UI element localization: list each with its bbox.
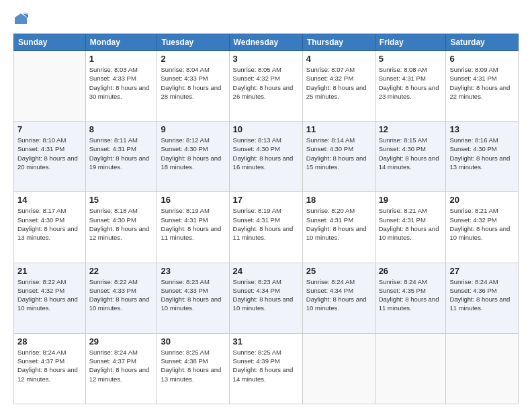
cell-day-number: 30 bbox=[161, 336, 225, 347]
calendar-cell: 27Sunrise: 8:24 AMSunset: 4:36 PMDayligh… bbox=[446, 263, 519, 333]
cell-info: Sunrise: 8:03 AMSunset: 4:33 PMDaylight:… bbox=[89, 65, 154, 101]
cell-day-number: 6 bbox=[449, 54, 515, 64]
cell-info: Sunrise: 8:18 AMSunset: 4:30 PMDaylight:… bbox=[89, 206, 154, 242]
weekday-header-wednesday: Wednesday bbox=[229, 34, 302, 51]
weekday-header-thursday: Thursday bbox=[302, 34, 375, 51]
cell-info: Sunrise: 8:14 AMSunset: 4:30 PMDaylight:… bbox=[306, 136, 371, 171]
calendar-cell: 14Sunrise: 8:17 AMSunset: 4:30 PMDayligh… bbox=[14, 192, 86, 263]
weekday-header-saturday: Saturday bbox=[446, 34, 519, 51]
cell-day-number: 24 bbox=[233, 266, 299, 276]
calendar-cell: 10Sunrise: 8:13 AMSunset: 4:30 PMDayligh… bbox=[229, 122, 302, 192]
calendar-cell: 1Sunrise: 8:03 AMSunset: 4:33 PMDaylight… bbox=[85, 51, 157, 122]
cell-info: Sunrise: 8:22 AMSunset: 4:32 PMDaylight:… bbox=[17, 277, 82, 313]
cell-info: Sunrise: 8:25 AMSunset: 4:39 PMDaylight:… bbox=[233, 348, 299, 383]
calendar-cell: 2Sunrise: 8:04 AMSunset: 4:33 PMDaylight… bbox=[157, 51, 229, 122]
cell-day-number: 21 bbox=[17, 266, 82, 276]
cell-info: Sunrise: 8:05 AMSunset: 4:32 PMDaylight:… bbox=[233, 65, 299, 101]
cell-info: Sunrise: 8:19 AMSunset: 4:31 PMDaylight:… bbox=[161, 206, 225, 242]
cell-info: Sunrise: 8:21 AMSunset: 4:32 PMDaylight:… bbox=[449, 206, 515, 242]
logo bbox=[13, 12, 30, 27]
cell-day-number: 26 bbox=[379, 266, 443, 276]
cell-info: Sunrise: 8:04 AMSunset: 4:33 PMDaylight:… bbox=[161, 65, 225, 101]
cell-day-number: 11 bbox=[306, 124, 371, 134]
cell-day-number: 19 bbox=[379, 195, 443, 205]
cell-day-number: 31 bbox=[233, 336, 299, 347]
cell-info: Sunrise: 8:16 AMSunset: 4:30 PMDaylight:… bbox=[449, 136, 515, 171]
cell-day-number: 9 bbox=[161, 124, 225, 134]
calendar-cell: 7Sunrise: 8:10 AMSunset: 4:31 PMDaylight… bbox=[14, 122, 86, 192]
cell-day-number: 27 bbox=[449, 266, 515, 276]
cell-info: Sunrise: 8:25 AMSunset: 4:38 PMDaylight:… bbox=[161, 348, 225, 383]
calendar-cell: 12Sunrise: 8:15 AMSunset: 4:30 PMDayligh… bbox=[375, 122, 446, 192]
cell-info: Sunrise: 8:19 AMSunset: 4:31 PMDaylight:… bbox=[233, 206, 299, 242]
cell-day-number: 25 bbox=[306, 266, 371, 276]
calendar-week-row: 28Sunrise: 8:24 AMSunset: 4:37 PMDayligh… bbox=[14, 333, 519, 404]
calendar-week-row: 14Sunrise: 8:17 AMSunset: 4:30 PMDayligh… bbox=[14, 192, 519, 263]
calendar-cell: 20Sunrise: 8:21 AMSunset: 4:32 PMDayligh… bbox=[446, 192, 519, 263]
header bbox=[13, 12, 519, 27]
cell-info: Sunrise: 8:24 AMSunset: 4:37 PMDaylight:… bbox=[89, 348, 154, 383]
calendar-cell bbox=[302, 333, 375, 404]
calendar-cell: 19Sunrise: 8:21 AMSunset: 4:31 PMDayligh… bbox=[375, 192, 446, 263]
calendar-cell: 9Sunrise: 8:12 AMSunset: 4:30 PMDaylight… bbox=[157, 122, 229, 192]
calendar-cell: 6Sunrise: 8:09 AMSunset: 4:31 PMDaylight… bbox=[446, 51, 519, 122]
cell-info: Sunrise: 8:07 AMSunset: 4:32 PMDaylight:… bbox=[306, 65, 371, 101]
cell-day-number: 3 bbox=[233, 54, 299, 64]
cell-info: Sunrise: 8:23 AMSunset: 4:33 PMDaylight:… bbox=[161, 277, 225, 313]
cell-day-number: 29 bbox=[89, 336, 154, 347]
cell-info: Sunrise: 8:13 AMSunset: 4:30 PMDaylight:… bbox=[233, 136, 299, 171]
cell-info: Sunrise: 8:09 AMSunset: 4:31 PMDaylight:… bbox=[449, 65, 515, 101]
calendar-cell: 3Sunrise: 8:05 AMSunset: 4:32 PMDaylight… bbox=[229, 51, 302, 122]
cell-info: Sunrise: 8:23 AMSunset: 4:34 PMDaylight:… bbox=[233, 277, 299, 313]
cell-info: Sunrise: 8:10 AMSunset: 4:31 PMDaylight:… bbox=[17, 136, 82, 171]
calendar-cell: 18Sunrise: 8:20 AMSunset: 4:31 PMDayligh… bbox=[302, 192, 375, 263]
cell-info: Sunrise: 8:12 AMSunset: 4:30 PMDaylight:… bbox=[161, 136, 225, 171]
cell-day-number: 23 bbox=[161, 266, 225, 276]
calendar-table: SundayMondayTuesdayWednesdayThursdayFrid… bbox=[13, 34, 519, 404]
cell-info: Sunrise: 8:24 AMSunset: 4:35 PMDaylight:… bbox=[379, 277, 443, 313]
cell-day-number: 4 bbox=[306, 54, 371, 64]
weekday-header-monday: Monday bbox=[85, 34, 157, 51]
weekday-header-tuesday: Tuesday bbox=[157, 34, 229, 51]
weekday-header-sunday: Sunday bbox=[14, 34, 86, 51]
calendar-week-row: 7Sunrise: 8:10 AMSunset: 4:31 PMDaylight… bbox=[14, 122, 519, 192]
cell-day-number: 5 bbox=[379, 54, 443, 64]
weekday-header-row: SundayMondayTuesdayWednesdayThursdayFrid… bbox=[14, 34, 519, 51]
cell-day-number: 28 bbox=[17, 336, 82, 347]
calendar-cell: 29Sunrise: 8:24 AMSunset: 4:37 PMDayligh… bbox=[85, 333, 157, 404]
calendar-cell: 26Sunrise: 8:24 AMSunset: 4:35 PMDayligh… bbox=[375, 263, 446, 333]
cell-info: Sunrise: 8:20 AMSunset: 4:31 PMDaylight:… bbox=[306, 206, 371, 242]
calendar-cell: 28Sunrise: 8:24 AMSunset: 4:37 PMDayligh… bbox=[14, 333, 86, 404]
calendar-cell: 17Sunrise: 8:19 AMSunset: 4:31 PMDayligh… bbox=[229, 192, 302, 263]
calendar-cell: 31Sunrise: 8:25 AMSunset: 4:39 PMDayligh… bbox=[229, 333, 302, 404]
cell-day-number: 16 bbox=[161, 195, 225, 205]
cell-day-number: 10 bbox=[233, 124, 299, 134]
cell-info: Sunrise: 8:22 AMSunset: 4:33 PMDaylight:… bbox=[89, 277, 154, 313]
cell-day-number: 14 bbox=[17, 195, 82, 205]
calendar-cell: 15Sunrise: 8:18 AMSunset: 4:30 PMDayligh… bbox=[85, 192, 157, 263]
cell-info: Sunrise: 8:08 AMSunset: 4:31 PMDaylight:… bbox=[379, 65, 443, 101]
cell-day-number: 18 bbox=[306, 195, 371, 205]
calendar-cell: 16Sunrise: 8:19 AMSunset: 4:31 PMDayligh… bbox=[157, 192, 229, 263]
calendar-week-row: 1Sunrise: 8:03 AMSunset: 4:33 PMDaylight… bbox=[14, 51, 519, 122]
page: SundayMondayTuesdayWednesdayThursdayFrid… bbox=[0, 0, 532, 411]
cell-info: Sunrise: 8:17 AMSunset: 4:30 PMDaylight:… bbox=[17, 206, 82, 242]
cell-day-number: 2 bbox=[161, 54, 225, 64]
cell-day-number: 8 bbox=[89, 124, 154, 134]
cell-day-number: 22 bbox=[89, 266, 154, 276]
cell-info: Sunrise: 8:11 AMSunset: 4:31 PMDaylight:… bbox=[89, 136, 154, 171]
cell-day-number: 15 bbox=[89, 195, 154, 205]
cell-day-number: 13 bbox=[449, 124, 515, 134]
calendar-cell: 25Sunrise: 8:24 AMSunset: 4:34 PMDayligh… bbox=[302, 263, 375, 333]
cell-info: Sunrise: 8:15 AMSunset: 4:30 PMDaylight:… bbox=[379, 136, 443, 171]
cell-day-number: 12 bbox=[379, 124, 443, 134]
calendar-cell: 5Sunrise: 8:08 AMSunset: 4:31 PMDaylight… bbox=[375, 51, 446, 122]
cell-day-number: 20 bbox=[449, 195, 515, 205]
calendar-cell: 22Sunrise: 8:22 AMSunset: 4:33 PMDayligh… bbox=[85, 263, 157, 333]
weekday-header-friday: Friday bbox=[375, 34, 446, 51]
calendar-cell: 30Sunrise: 8:25 AMSunset: 4:38 PMDayligh… bbox=[157, 333, 229, 404]
calendar-week-row: 21Sunrise: 8:22 AMSunset: 4:32 PMDayligh… bbox=[14, 263, 519, 333]
calendar-cell: 24Sunrise: 8:23 AMSunset: 4:34 PMDayligh… bbox=[229, 263, 302, 333]
logo-icon bbox=[13, 12, 28, 27]
calendar-cell bbox=[14, 51, 86, 122]
